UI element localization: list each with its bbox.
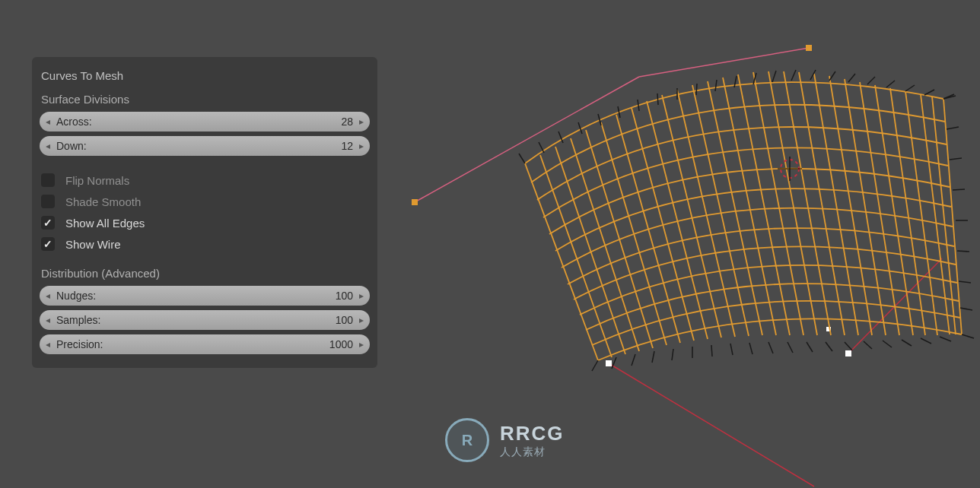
- svg-line-60: [749, 343, 752, 354]
- across-field[interactable]: ◂ Across: 28 ▸: [40, 112, 370, 132]
- svg-line-62: [788, 342, 793, 353]
- chevron-left-icon[interactable]: ◂: [44, 116, 52, 127]
- precision-label: Precision:: [52, 338, 103, 350]
- nudges-field[interactable]: ◂ Nudges: 100 ▸: [40, 286, 370, 306]
- svg-line-70: [940, 337, 951, 341]
- svg-line-68: [902, 340, 912, 346]
- samples-label: Samples:: [52, 314, 100, 326]
- down-value: 12: [341, 140, 358, 152]
- svg-line-13: [723, 78, 776, 335]
- svg-line-9: [662, 95, 721, 337]
- svg-line-14: [738, 74, 790, 335]
- nudges-value: 100: [336, 290, 358, 302]
- show-wire-row[interactable]: Show Wire: [40, 233, 370, 255]
- watermark-logo-icon: R: [445, 418, 489, 462]
- svg-line-36: [657, 93, 658, 105]
- across-label: Across:: [52, 116, 92, 128]
- watermark: R RRCG 人人素材: [445, 418, 565, 462]
- svg-line-10: [677, 90, 735, 337]
- control-point[interactable]: [606, 360, 612, 366]
- svg-line-77: [957, 251, 969, 252]
- svg-line-3: [571, 138, 639, 351]
- svg-line-52: [592, 360, 598, 371]
- svg-line-61: [768, 342, 773, 353]
- svg-line-47: [867, 77, 875, 84]
- samples-field[interactable]: ◂ Samples: 100 ▸: [40, 310, 370, 330]
- show-all-edges-label: Show All Edges: [65, 217, 145, 230]
- svg-line-64: [826, 342, 832, 351]
- svg-line-43: [791, 70, 796, 81]
- chevron-left-icon[interactable]: ◂: [44, 290, 52, 301]
- svg-line-18: [799, 72, 845, 335]
- precision-field[interactable]: ◂ Precision: 1000 ▸: [40, 334, 370, 354]
- chevron-left-icon[interactable]: ◂: [44, 315, 52, 325]
- panel-title: Curves To Mesh: [40, 66, 370, 90]
- svg-line-63: [807, 342, 813, 352]
- 3d-cursor-icon: [778, 157, 802, 181]
- shade-smooth-row[interactable]: Shade Smooth: [40, 191, 370, 212]
- control-point[interactable]: [412, 199, 418, 205]
- svg-line-74: [950, 158, 962, 160]
- svg-line-38: [696, 84, 697, 95]
- flip-normals-checkbox[interactable]: [41, 173, 55, 187]
- flip-normals-label: Flip Normals: [65, 174, 129, 187]
- show-wire-label: Show Wire: [65, 238, 121, 251]
- svg-line-35: [638, 100, 639, 111]
- svg-line-71: [962, 334, 974, 338]
- svg-line-59: [730, 344, 733, 355]
- watermark-main-text: RRCG: [500, 422, 565, 445]
- operator-panel: Curves To Mesh Surface Divisions ◂ Acros…: [32, 57, 377, 368]
- show-wire-checkbox[interactable]: [41, 237, 55, 251]
- svg-line-65: [845, 342, 852, 350]
- control-point[interactable]: [845, 350, 851, 356]
- svg-line-75: [953, 189, 965, 190]
- watermark-sub-text: 人人素材: [500, 445, 565, 459]
- svg-line-58: [711, 345, 712, 356]
- down-field[interactable]: ◂ Down: 12 ▸: [40, 136, 370, 156]
- svg-line-56: [672, 349, 673, 360]
- svg-line-42: [772, 71, 776, 82]
- svg-line-73: [947, 127, 959, 129]
- across-value: 28: [341, 116, 358, 128]
- svg-line-39: [715, 80, 717, 91]
- svg-line-78: [959, 281, 971, 283]
- svg-line-19: [814, 74, 858, 335]
- shade-smooth-checkbox[interactable]: [41, 195, 55, 208]
- svg-line-12: [708, 81, 762, 335]
- chevron-left-icon[interactable]: ◂: [44, 141, 52, 151]
- svg-line-49: [905, 85, 915, 91]
- control-point[interactable]: [806, 45, 812, 51]
- samples-value: 100: [336, 314, 358, 326]
- surface-divisions-header: Surface Divisions: [40, 90, 370, 112]
- svg-line-48: [886, 81, 895, 87]
- svg-line-15: [753, 72, 803, 335]
- svg-line-17: [784, 71, 831, 335]
- curve-edge: [609, 363, 814, 486]
- svg-line-46: [848, 74, 855, 82]
- nudges-label: Nudges:: [52, 290, 96, 302]
- show-all-edges-row[interactable]: Show All Edges: [40, 212, 370, 233]
- svg-line-55: [652, 351, 654, 363]
- svg-line-69: [921, 338, 931, 344]
- chevron-left-icon[interactable]: ◂: [44, 339, 52, 350]
- 3d-viewport[interactable]: [380, 0, 980, 488]
- svg-line-29: [519, 154, 525, 163]
- down-label: Down:: [52, 140, 87, 152]
- svg-line-2: [555, 147, 625, 354]
- svg-line-16: [768, 71, 817, 335]
- svg-line-66: [864, 341, 872, 349]
- distribution-header: Distribution (Advanced): [40, 264, 370, 286]
- shade-smooth-label: Shade Smooth: [65, 195, 141, 208]
- chevron-right-icon[interactable]: ▸: [358, 290, 365, 301]
- svg-line-79: [960, 308, 972, 310]
- precision-value: 1000: [329, 338, 358, 350]
- chevron-right-icon[interactable]: ▸: [358, 339, 365, 350]
- mesh-wireframe: [525, 71, 962, 360]
- svg-line-45: [829, 71, 835, 81]
- chevron-right-icon[interactable]: ▸: [358, 141, 365, 151]
- chevron-right-icon[interactable]: ▸: [358, 315, 365, 325]
- show-all-edges-checkbox[interactable]: [41, 216, 55, 230]
- svg-line-25: [905, 91, 937, 335]
- chevron-right-icon[interactable]: ▸: [358, 116, 365, 127]
- flip-normals-row[interactable]: Flip Normals: [40, 170, 370, 191]
